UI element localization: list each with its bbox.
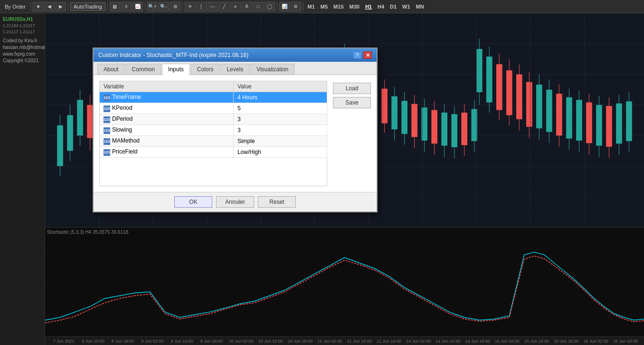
tab-visualization[interactable]: Visualization	[250, 64, 294, 75]
tf-h4[interactable]: H4	[375, 3, 387, 10]
indicator2-btn[interactable]: ⚙	[291, 2, 301, 11]
period-sep-btn[interactable]: |	[196, 2, 207, 11]
param-table: Variable Value 123TimeFrame	[99, 81, 327, 158]
row-mamethod[interactable]: 123MAMethod Simple	[100, 136, 327, 147]
sidebar-info: EURUSDx,H1 1.21184 1.21217 1.21117 1.211…	[1, 15, 44, 65]
crosshair-btn[interactable]: ✛	[185, 2, 195, 11]
chart-line-btn[interactable]: 📈	[133, 2, 143, 11]
top-toolbar: By Order ★ ◀ ▶ AutoTrading ▦ 🕯 📈 🔍+ 🔍- ⊞…	[0, 0, 644, 13]
ticker-label: EURUSDx,H1	[3, 16, 42, 23]
load-button[interactable]: Load	[333, 83, 371, 94]
param-icon-4: 123	[104, 127, 110, 134]
cell-timeframe-val: 4 Hours	[233, 92, 327, 103]
cell-timeframe-var: 123TimeFrame	[100, 92, 234, 103]
cell-dperiod-val: 3	[233, 114, 327, 125]
website: www.fxprg.com	[3, 51, 42, 58]
dialog-title: Custom Indicator - Stochastic_MTF-Ind (e…	[98, 52, 248, 58]
content-layout: Variable Value 123TimeFrame	[99, 81, 371, 186]
tab-common[interactable]: Common	[125, 64, 161, 75]
param-icon-6: 123	[104, 149, 110, 156]
dialog-titlebar: Custom Indicator - Stochastic_MTF-Ind (e…	[94, 48, 377, 62]
zoom-in-btn[interactable]: 🔍+	[147, 2, 158, 11]
tab-about[interactable]: About	[97, 64, 124, 75]
email: hassan.mb@hotmail.com	[3, 44, 42, 51]
table-area: Variable Value 123TimeFrame	[99, 81, 327, 186]
sep-4	[145, 2, 145, 11]
dialog-title-controls: ? ✕	[353, 51, 372, 59]
dialog-tabs: About Common Inputs Colors Levels Visual…	[94, 62, 377, 75]
tab-levels[interactable]: Levels	[220, 64, 249, 75]
col-variable: Variable	[100, 81, 234, 92]
sep-5	[182, 2, 183, 11]
tf-mn[interactable]: MN	[414, 3, 426, 10]
tf-w1[interactable]: W1	[400, 3, 413, 10]
reset-button[interactable]: Reset	[258, 196, 296, 208]
cell-pricefield-val: Low/High	[233, 147, 327, 158]
chart-prop-btn[interactable]: ⊞	[170, 2, 180, 11]
star-btn[interactable]: ★	[33, 2, 43, 11]
table-empty-area	[99, 158, 327, 186]
chart-bar-btn[interactable]: ▦	[110, 2, 120, 11]
dialog-overlay: Custom Indicator - Stochastic_MTF-Ind (e…	[45, 13, 644, 345]
sep-1	[30, 2, 31, 11]
indicator-dialog: Custom Indicator - Stochastic_MTF-Ind (e…	[93, 48, 378, 212]
row-pricefield[interactable]: 123PriceField Low/High	[100, 147, 327, 158]
row-kperiod[interactable]: 123KPeriod 5	[100, 103, 327, 114]
cell-dperiod-var: 123DPeriod	[100, 114, 234, 125]
cell-mamethod-val: Simple	[233, 136, 327, 147]
dialog-footer: OK Annuler Reset	[94, 192, 377, 211]
dialog-content: Variable Value 123TimeFrame	[94, 75, 377, 192]
cell-mamethod-var: 123MAMethod	[100, 136, 234, 147]
tf-h1[interactable]: H1	[363, 3, 374, 10]
cell-slowing-val: 3	[233, 125, 327, 136]
ok-button[interactable]: OK	[174, 196, 212, 208]
tf-m15[interactable]: M15	[331, 3, 346, 10]
row-timeframe[interactable]: 123TimeFrame 4 Hours	[100, 92, 327, 103]
tf-m5[interactable]: M5	[318, 3, 330, 10]
row-slowing[interactable]: 123Slowing 3	[100, 125, 327, 136]
coded-by: Coded by Kira-h	[3, 38, 42, 44]
tab-inputs[interactable]: Inputs	[162, 64, 190, 75]
sep-3	[107, 2, 108, 11]
tf-m30[interactable]: M30	[347, 3, 362, 10]
left-sidebar: EURUSDx,H1 1.21184 1.21217 1.21117 1.211…	[0, 13, 45, 345]
sep-6	[277, 2, 277, 11]
sep-2	[68, 2, 68, 11]
hline-btn[interactable]: —	[208, 2, 218, 11]
cancel-button[interactable]: Annuler	[216, 196, 254, 208]
tab-colors[interactable]: Colors	[191, 64, 220, 75]
back-btn[interactable]: ◀	[44, 2, 55, 11]
cell-pricefield-var: 123PriceField	[100, 147, 234, 158]
tline-btn[interactable]: ╱	[219, 2, 229, 11]
cell-kperiod-var: 123KPeriod	[100, 103, 234, 114]
zoom-out-btn[interactable]: 🔍-	[159, 2, 169, 11]
close-button[interactable]: ✕	[363, 51, 372, 59]
main-area: EURUSDx,H1 1.21184 1.21217 1.21117 1.211…	[0, 13, 644, 345]
chart-candle-btn[interactable]: 🕯	[121, 2, 132, 11]
tf-d1[interactable]: D1	[388, 3, 399, 10]
ellipse-btn[interactable]: ◯	[265, 2, 275, 11]
fibo-btn[interactable]: ≡	[230, 2, 241, 11]
param-icon-3: 123	[104, 116, 110, 123]
cell-slowing-var: 123Slowing	[100, 125, 234, 136]
tf-m1[interactable]: M1	[305, 3, 317, 10]
forward-btn[interactable]: ▶	[56, 2, 66, 11]
text-btn[interactable]: A	[242, 2, 252, 11]
param-icon-5: 123	[104, 138, 110, 145]
chart-container: Stochastic (5,3,3) H4 35.0575 36.6118 7 …	[45, 13, 644, 345]
rect-btn[interactable]: □	[253, 2, 264, 11]
save-button[interactable]: Save	[333, 97, 371, 108]
autotrading-btn[interactable]: AutoTrading	[70, 2, 105, 11]
price-info: 1.21184 1.21217 1.21117 1.21117	[3, 23, 42, 35]
indicator-btn[interactable]: 📊	[279, 2, 290, 11]
side-buttons: Load Save	[333, 81, 371, 186]
by-order-btn[interactable]: By Order	[2, 3, 28, 10]
copyright: Copyright ©2021	[3, 58, 42, 64]
param-icon-1: 123	[104, 95, 110, 101]
col-value: Value	[233, 81, 327, 92]
cell-kperiod-val: 5	[233, 103, 327, 114]
param-icon-2: 123	[104, 105, 110, 112]
sep-7	[303, 2, 303, 11]
row-dperiod[interactable]: 123DPeriod 3	[100, 114, 327, 125]
help-button[interactable]: ?	[353, 51, 361, 59]
